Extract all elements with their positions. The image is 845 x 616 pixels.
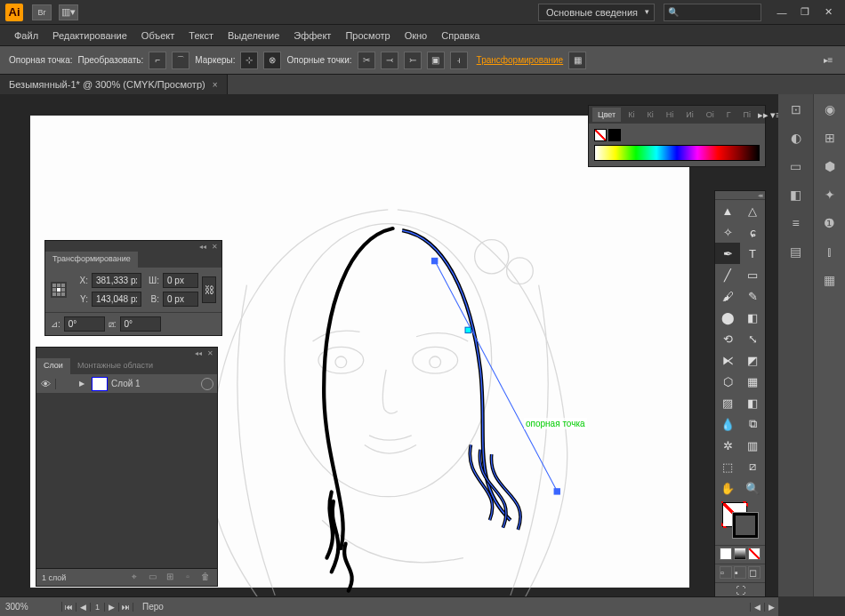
menu-edit[interactable]: Редактирование <box>45 27 134 44</box>
dock-icon[interactable]: ⊡ <box>783 96 809 123</box>
layer-row[interactable]: 👁 ▶ Слой 1 <box>36 374 217 394</box>
visibility-toggle-icon[interactable]: 👁 <box>36 379 56 389</box>
document-tab[interactable]: Безымянный-1* @ 300% (CMYK/Просмотр) × <box>0 75 228 94</box>
blend-tool-icon[interactable]: ⧉ <box>740 413 765 435</box>
panel-close-icon[interactable]: ✕ <box>207 349 213 357</box>
reference-point-grid[interactable] <box>51 282 67 298</box>
isolate-icon[interactable]: ▣ <box>427 52 445 69</box>
type-tool-icon[interactable]: T <box>740 243 765 264</box>
magic-wand-tool-icon[interactable]: ✧ <box>715 221 740 243</box>
zoom-level[interactable]: 300% <box>0 602 62 612</box>
remove-anchor-icon[interactable]: ✂ <box>358 52 375 69</box>
toolbox-header[interactable] <box>715 191 765 200</box>
draw-normal-icon[interactable]: ▫ <box>720 566 732 579</box>
menu-effect[interactable]: Эффект <box>286 27 338 44</box>
menu-object[interactable]: Объект <box>134 27 181 44</box>
dock-color-icon[interactable]: ◉ <box>817 96 843 123</box>
tab-layers[interactable]: Слои <box>36 358 70 374</box>
zoom-tool-icon[interactable]: 🔍 <box>740 477 765 499</box>
fill-stroke-swatches[interactable] <box>715 499 765 543</box>
symbol-sprayer-tool-icon[interactable]: ✲ <box>715 435 740 456</box>
screen-mode-icon[interactable]: ⛶ <box>719 585 761 597</box>
menu-file[interactable]: Файл <box>7 27 45 44</box>
dock-icon[interactable]: ≡ <box>783 210 809 236</box>
tab-7[interactable]: Г <box>721 108 736 122</box>
hand-tool-icon[interactable]: ✋ <box>715 477 740 499</box>
panel-collapse-icon[interactable]: ▸▸ <box>758 109 769 121</box>
artboard-tool-icon[interactable]: ⬚ <box>715 456 740 477</box>
angle-input[interactable] <box>64 316 105 332</box>
dock-icon[interactable]: ✦ <box>817 181 843 208</box>
tab-4[interactable]: Ні <box>661 108 680 122</box>
dock-swatches-icon[interactable]: ⊞ <box>817 124 843 151</box>
panel-collapse-icon[interactable]: ◂◂ <box>199 243 206 251</box>
dock-icon[interactable]: ⫿ <box>817 238 843 265</box>
dock-icon[interactable]: ❶ <box>817 210 843 236</box>
color-mode-icon[interactable] <box>720 548 732 560</box>
line-tool-icon[interactable]: ╱ <box>715 264 740 285</box>
dock-icon[interactable]: ◐ <box>783 124 809 151</box>
panel-collapse-icon[interactable]: ◂◂ <box>195 349 202 357</box>
cut-path-icon[interactable]: ⤚ <box>404 52 422 69</box>
tab-3[interactable]: Кі <box>641 108 658 122</box>
mesh-tool-icon[interactable]: ▨ <box>715 392 740 413</box>
reference-point-icon[interactable]: ▦ <box>568 52 586 69</box>
graph-tool-icon[interactable]: ▥ <box>740 435 765 456</box>
tab-5[interactable]: Иі <box>680 108 698 122</box>
transform-link[interactable]: Трансформирование <box>477 55 564 65</box>
y-input[interactable] <box>92 292 141 307</box>
new-layer-icon[interactable]: ▫ <box>181 572 194 584</box>
locate-layer-icon[interactable]: ⌖ <box>128 572 141 584</box>
tab-6[interactable]: Оі <box>701 108 720 122</box>
rotate-tool-icon[interactable]: ⟲ <box>715 328 740 349</box>
lasso-tool-icon[interactable]: ɕ <box>740 221 765 243</box>
dock-icon[interactable]: ▦ <box>817 267 843 293</box>
hide-handles-icon[interactable]: ⊗ <box>263 52 281 69</box>
scroll-right-icon[interactable]: ▶ <box>764 603 778 612</box>
draw-behind-icon[interactable]: ▪ <box>734 566 746 579</box>
x-input[interactable] <box>92 273 141 288</box>
new-sublayer-icon[interactable]: ⊞ <box>164 572 176 584</box>
color-spectrum[interactable] <box>594 145 760 161</box>
tab-8[interactable]: Пі <box>738 108 756 122</box>
stroke-swatch[interactable] <box>733 513 758 538</box>
menu-select[interactable]: Выделение <box>221 27 286 44</box>
artboard-next-icon[interactable]: ▶ <box>105 603 119 612</box>
free-transform-tool-icon[interactable]: ◩ <box>740 349 765 371</box>
artboard-prev-first-icon[interactable]: ⏮ <box>62 603 76 612</box>
eraser-tool-icon[interactable]: ◧ <box>740 307 765 328</box>
target-icon[interactable] <box>201 378 213 390</box>
panel-close-icon[interactable]: ✕ <box>212 243 218 251</box>
control-expand-icon[interactable]: ▸≡ <box>820 52 836 68</box>
selection-tool-icon[interactable]: ▲ <box>715 200 740 221</box>
w-input[interactable] <box>163 273 198 288</box>
eyedropper-tool-icon[interactable]: 💧 <box>715 413 740 435</box>
dock-icon[interactable]: ◧ <box>783 181 809 208</box>
minimize-button[interactable]: — <box>770 4 793 20</box>
dock-icon[interactable]: ▤ <box>783 238 809 265</box>
artboard-next-last-icon[interactable]: ⏭ <box>119 603 133 612</box>
bridge-button[interactable]: Br <box>32 4 52 20</box>
show-handles-icon[interactable]: ⊹ <box>240 52 258 69</box>
shape-builder-tool-icon[interactable]: ⬡ <box>715 371 740 392</box>
convert-corner-icon[interactable]: ⌐ <box>149 52 166 69</box>
shear-input[interactable] <box>120 316 161 332</box>
width-tool-icon[interactable]: ⧔ <box>715 349 740 371</box>
tab-transform[interactable]: Трансформирование <box>45 252 138 268</box>
tab-color[interactable]: Цвет <box>592 108 621 122</box>
h-input[interactable] <box>163 292 198 307</box>
close-button[interactable]: ✕ <box>817 4 840 20</box>
dock-icon[interactable]: ⬢ <box>817 153 843 180</box>
menu-text[interactable]: Текст <box>181 27 221 44</box>
maximize-button[interactable]: ❐ <box>793 4 817 20</box>
scale-tool-icon[interactable]: ⤡ <box>740 328 765 349</box>
link-wh-icon[interactable]: ⛓ <box>202 276 216 303</box>
menu-help[interactable]: Справка <box>434 27 487 44</box>
convert-smooth-icon[interactable]: ⌒ <box>172 52 189 69</box>
artboard-number[interactable]: 1 <box>91 603 105 612</box>
gradient-mode-icon[interactable] <box>734 548 746 560</box>
fill-none-swatch[interactable] <box>594 129 607 141</box>
close-tab-icon[interactable]: × <box>213 80 218 90</box>
rectangle-tool-icon[interactable]: ▭ <box>740 264 765 285</box>
expand-layer-icon[interactable]: ▶ <box>76 380 88 388</box>
